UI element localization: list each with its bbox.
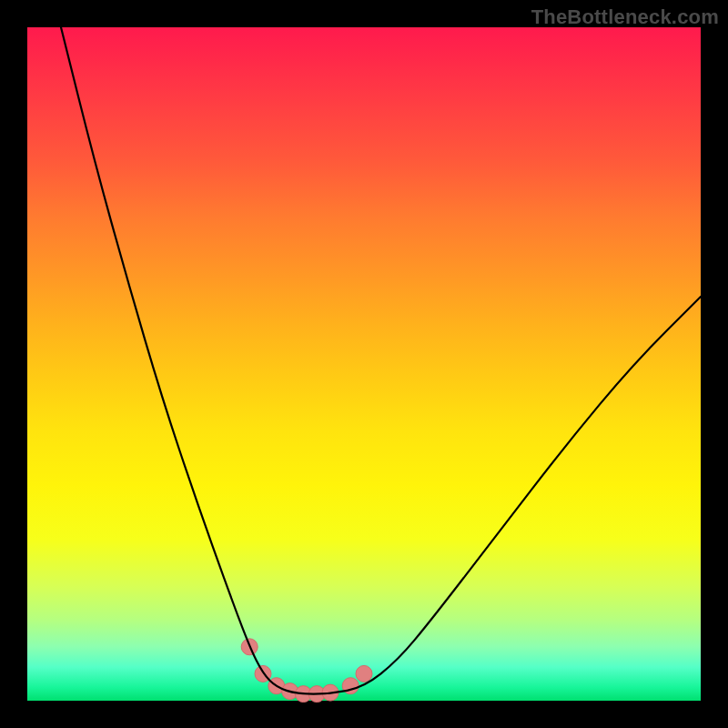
chart-overlay — [27, 27, 701, 701]
chart-frame: TheBottleneck.com — [0, 0, 728, 728]
watermark-text: TheBottleneck.com — [531, 5, 719, 29]
curve-marker — [356, 665, 372, 682]
bottleneck-curve — [61, 27, 701, 694]
plot-area — [27, 27, 701, 701]
